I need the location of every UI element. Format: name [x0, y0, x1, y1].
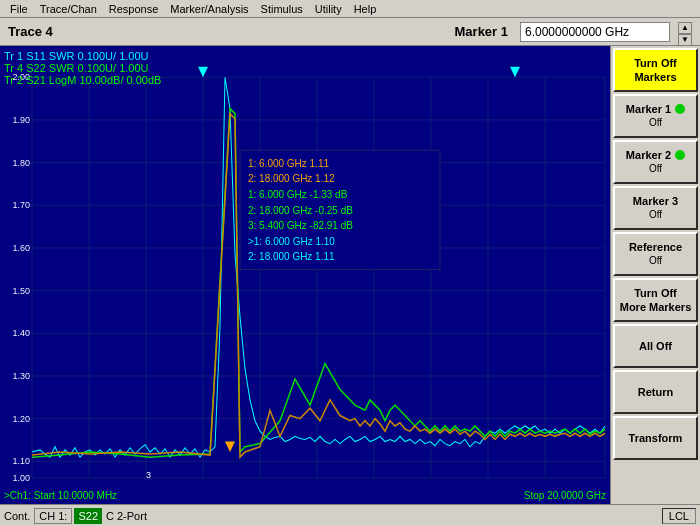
c-type-label: C 2-Port [106, 510, 147, 522]
svg-text:1.80: 1.80 [13, 158, 30, 168]
return-label: Return [638, 385, 673, 399]
menu-stimulus[interactable]: Stimulus [255, 3, 309, 15]
all-off-button[interactable]: All Off [613, 324, 698, 368]
freq-stop-label: Stop 20.0000 GHz [524, 490, 606, 501]
trace-label-1: Tr 1 S11 SWR 0.100U/ 1.00U [4, 50, 161, 62]
marker-label: Marker 1 [455, 24, 508, 39]
svg-text:1.60: 1.60 [13, 243, 30, 253]
menu-marker-analysis[interactable]: Marker/Analysis [164, 3, 254, 15]
marker1-off-button[interactable]: Marker 1 Off [613, 94, 698, 138]
marker1-label: Marker 1 [626, 102, 671, 116]
freq-start-label: >Ch1: Start 10.0000 MHz [4, 490, 117, 501]
marker-value-arrows: ▲ ▼ [678, 22, 692, 42]
menu-response[interactable]: Response [103, 3, 165, 15]
cont-label: Cont. [4, 510, 30, 522]
marker-arrow-down[interactable]: ▼ [678, 34, 692, 46]
chart-area: Tr 1 S11 SWR 0.100U/ 1.00U Tr 4 S22 SWR … [0, 46, 610, 504]
status-right: LCL [662, 508, 696, 524]
menu-file[interactable]: File [4, 3, 34, 15]
marker2-off-label: Off [649, 162, 662, 176]
menu-help[interactable]: Help [348, 3, 383, 15]
ch-item: CH 1: S22 [34, 508, 102, 524]
svg-text:1.00: 1.00 [13, 473, 30, 483]
svg-text:1:    6.000 GHz        1.11: 1: 6.000 GHz 1.11 [248, 158, 329, 169]
marker-arrow-up[interactable]: ▲ [678, 22, 692, 34]
svg-text:1.40: 1.40 [13, 328, 30, 338]
reference-off-button[interactable]: Reference Off [613, 232, 698, 276]
ch-label: CH 1: [34, 508, 72, 524]
trace-label-4: Tr 4 S22 SWR 0.100U/ 1.00U [4, 62, 161, 74]
svg-text:2:  18.000 GHz        1.11: 2: 18.000 GHz 1.11 [248, 251, 335, 262]
chart-svg: 2.00 1.90 1.80 1.70 1.60 1.50 1.40 1.30 … [0, 46, 610, 504]
svg-text:1.10: 1.10 [13, 456, 30, 466]
svg-text:1.90: 1.90 [13, 115, 30, 125]
header-bar: Trace 4 Marker 1 ▲ ▼ [0, 18, 700, 46]
marker2-dot [675, 150, 685, 160]
svg-text:1.20: 1.20 [13, 414, 30, 424]
reference-label: Reference [629, 240, 682, 254]
turn-off-more-button[interactable]: Turn Off More Markers [613, 278, 698, 322]
trace-label-2: Tr 2 S21 LogM 10.00dB/ 0.00dB [4, 74, 161, 86]
menu-bar: File Trace/Chan Response Marker/Analysis… [0, 0, 700, 18]
svg-text:1.50: 1.50 [13, 286, 30, 296]
svg-text:1.30: 1.30 [13, 371, 30, 381]
turn-off-markers-button[interactable]: Turn Off Markers [613, 48, 698, 92]
marker3-off-label: Off [649, 208, 662, 222]
return-button[interactable]: Return [613, 370, 698, 414]
main-content: Tr 1 S11 SWR 0.100U/ 1.00U Tr 4 S22 SWR … [0, 46, 700, 504]
marker-value-input[interactable] [520, 22, 670, 42]
marker2-off-button[interactable]: Marker 2 Off [613, 140, 698, 184]
lcl-label: LCL [662, 508, 696, 524]
turn-off-markers-label: Turn Off [634, 56, 677, 70]
svg-text:3:    5.400 GHz -82.91 dB: 3: 5.400 GHz -82.91 dB [248, 220, 353, 231]
ctype-item: C 2-Port [106, 510, 147, 522]
turn-off-more-label1: Turn Off [634, 286, 677, 300]
transform-label: Transform [629, 431, 683, 445]
s22-label: S22 [74, 508, 102, 524]
marker1-off-label: Off [649, 116, 662, 130]
turn-off-more-label2: More Markers [620, 300, 692, 314]
reference-off-label: Off [649, 254, 662, 268]
status-bar: Cont. CH 1: S22 C 2-Port LCL [0, 504, 700, 526]
svg-text:1:    6.000 GHz   -1.33 dB: 1: 6.000 GHz -1.33 dB [248, 189, 348, 200]
svg-text:3: 3 [146, 470, 151, 480]
svg-rect-0 [0, 46, 610, 504]
marker2-row: Marker 2 [626, 148, 685, 162]
all-off-label: All Off [639, 339, 672, 353]
marker1-dot [675, 104, 685, 114]
menu-utility[interactable]: Utility [309, 3, 348, 15]
marker3-off-button[interactable]: Marker 3 Off [613, 186, 698, 230]
svg-text:2:  18.000 GHz   -0.25 dB: 2: 18.000 GHz -0.25 dB [248, 204, 353, 215]
marker2-label: Marker 2 [626, 148, 671, 162]
marker3-label: Marker 3 [633, 194, 678, 208]
menu-trace-chan[interactable]: Trace/Chan [34, 3, 103, 15]
svg-text:1.70: 1.70 [13, 200, 30, 210]
trace-label: Trace 4 [8, 24, 68, 39]
svg-text:>1:    6.000 GHz        1.10: >1: 6.000 GHz 1.10 [248, 236, 335, 247]
marker1-row: Marker 1 [626, 102, 685, 116]
trace-labels: Tr 1 S11 SWR 0.100U/ 1.00U Tr 4 S22 SWR … [4, 50, 161, 86]
cont-item: Cont. [4, 510, 30, 522]
right-panel: Turn Off Markers Marker 1 Off Marker 2 O… [610, 46, 700, 504]
turn-off-markers-label2: Markers [634, 70, 676, 84]
freq-bar: >Ch1: Start 10.0000 MHz Stop 20.0000 GHz [0, 486, 610, 504]
svg-text:2:  18.000 GHz        1.12: 2: 18.000 GHz 1.12 [248, 173, 335, 184]
transform-button[interactable]: Transform [613, 416, 698, 460]
